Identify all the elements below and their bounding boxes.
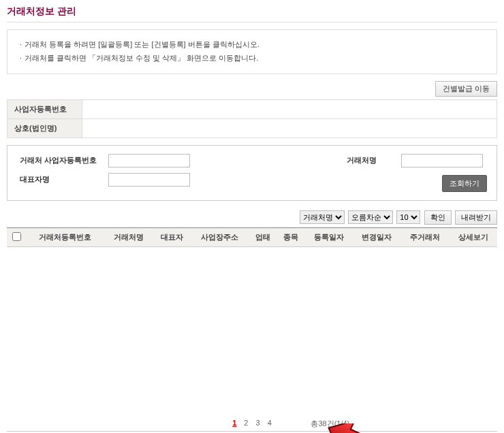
results-body-empty [7, 247, 497, 411]
pager-total: 총38건(1/4) [311, 419, 349, 429]
page-3[interactable]: 3 [256, 419, 260, 427]
info-box: · 거래처 등록을 하려면 [일괄등록] 또는 [건별등록] 버튼을 클릭하십시… [7, 29, 497, 74]
col-rep: 대표자 [153, 227, 191, 246]
page-2[interactable]: 2 [244, 419, 248, 427]
page-4[interactable]: 4 [268, 419, 272, 427]
search-rep-input[interactable] [108, 173, 190, 187]
col-main: 주거래처 [401, 227, 450, 246]
col-addr: 사업장주소 [191, 227, 249, 246]
bottom-toolbar: 주거래처등록 주거래처해제 일괄등록 건별 등록 닫기 [7, 431, 497, 433]
page-size-select[interactable]: 10 [396, 210, 420, 224]
search-bizno-label: 거래처 사업자등록번호 [20, 155, 108, 165]
company-name-label: 상호(법인명) [7, 118, 82, 138]
col-biztype: 업태 [249, 227, 277, 246]
col-name: 거래처명 [105, 227, 153, 246]
info-line-2: · 거래처를 클릭하면 「거래처정보 수정 및 삭제」 화면으로 이동합니다. [20, 52, 484, 65]
col-detail: 상세보기 [449, 227, 497, 246]
search-rep-label: 대표자명 [20, 174, 108, 185]
search-panel: 거래처 사업자등록번호 거래처명 대표자명 조회하기 [7, 145, 497, 201]
sort-direction-select[interactable]: 오름차순 [348, 210, 393, 224]
company-name-value [82, 118, 497, 138]
col-regno: 거래처등록번호 [26, 227, 105, 246]
select-all-checkbox[interactable] [12, 232, 21, 241]
search-name-label: 거래처명 [347, 155, 401, 165]
results-table: 거래처등록번호 거래처명 대표자 사업장주소 업태 종목 등록일자 변경일자 주… [7, 227, 497, 247]
col-checkbox [7, 227, 26, 246]
pager: 1 2 3 4 총38건(1/4) [7, 411, 497, 431]
business-info-table: 사업자등록번호 상호(법인명) [7, 99, 497, 138]
goto-single-issue-button[interactable]: 건별발급 이동 [435, 81, 497, 97]
col-moddate: 변경일자 [353, 227, 401, 246]
info-line-1: · 거래처 등록을 하려면 [일괄등록] 또는 [건별등록] 버튼을 클릭하십시… [20, 38, 484, 52]
biz-reg-no-label: 사업자등록번호 [7, 99, 82, 118]
search-bizno-input[interactable] [108, 154, 190, 167]
filter-row: 거래처명 오름차순 10 확인 내려받기 [7, 210, 497, 225]
page-1[interactable]: 1 [232, 419, 236, 427]
search-name-input[interactable] [401, 154, 483, 167]
filter-confirm-button[interactable]: 확인 [424, 210, 452, 225]
download-button[interactable]: 내려받기 [455, 210, 497, 225]
biz-reg-no-value [82, 99, 497, 118]
page-title: 거래처정보 관리 [7, 0, 497, 22]
search-button[interactable]: 조회하기 [442, 175, 487, 192]
sort-field-select[interactable]: 거래처명 [300, 210, 345, 224]
col-item: 종목 [277, 227, 304, 246]
col-regdate: 등록일자 [304, 227, 353, 246]
